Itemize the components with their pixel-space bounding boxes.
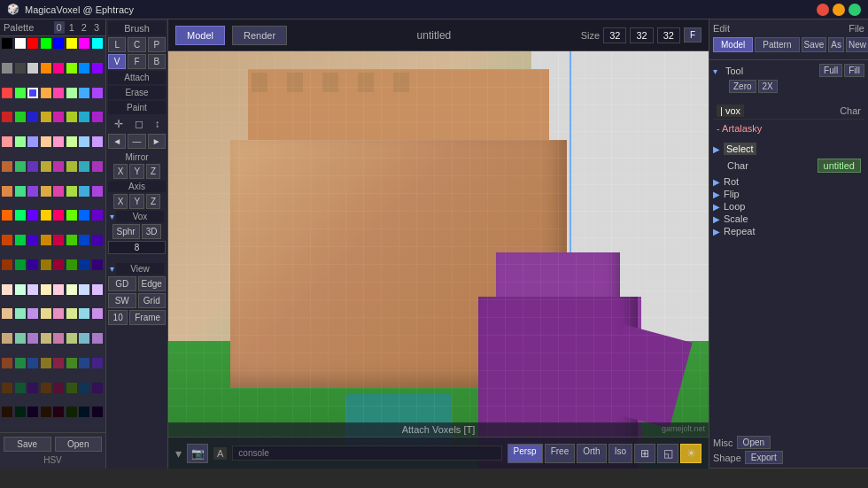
brush-mode-p[interactable]: P: [148, 37, 166, 52]
color-cell[interactable]: [66, 358, 77, 368]
color-cell[interactable]: [53, 259, 64, 270]
attach-button[interactable]: Attach: [108, 71, 166, 84]
color-cell[interactable]: [2, 383, 12, 393]
color-cell[interactable]: [15, 333, 26, 344]
color-cell[interactable]: [66, 186, 77, 197]
brush-mode-c[interactable]: C: [128, 37, 145, 52]
loop-label[interactable]: Loop: [724, 201, 745, 212]
color-cell[interactable]: [53, 88, 64, 98]
color-cell[interactable]: [15, 210, 26, 221]
color-cell[interactable]: [15, 235, 26, 245]
color-cell[interactable]: [15, 136, 26, 147]
color-cell[interactable]: [92, 136, 103, 147]
color-cell[interactable]: [79, 383, 89, 393]
tab-model[interactable]: Model: [175, 26, 225, 45]
color-cell[interactable]: [79, 259, 89, 270]
size-f-button[interactable]: F: [684, 27, 701, 43]
color-cell[interactable]: [66, 210, 77, 221]
color-cell[interactable]: [15, 259, 26, 270]
axis-x-1[interactable]: X: [113, 164, 128, 179]
camera-icon[interactable]: 📷: [187, 444, 208, 463]
color-cell[interactable]: [2, 63, 12, 74]
color-cell[interactable]: [15, 186, 26, 197]
color-cell[interactable]: [2, 161, 12, 172]
color-cell[interactable]: [66, 63, 77, 74]
view-sw[interactable]: SW: [108, 293, 136, 308]
color-cell[interactable]: [27, 284, 38, 295]
fill-fill[interactable]: Fill: [844, 64, 864, 77]
axis-z-1[interactable]: Z: [146, 164, 160, 179]
voxel-scene[interactable]: [168, 51, 709, 469]
color-cell[interactable]: [66, 259, 77, 270]
color-cell[interactable]: [41, 88, 51, 98]
view-edge[interactable]: Edge: [138, 276, 167, 291]
axis-z-2[interactable]: Z: [146, 194, 160, 209]
color-cell[interactable]: [27, 383, 38, 393]
brush-type-b[interactable]: B: [148, 54, 166, 69]
color-cell[interactable]: [27, 38, 38, 49]
color-cell[interactable]: [53, 308, 64, 319]
color-cell[interactable]: [79, 186, 89, 197]
select-label[interactable]: Select: [724, 143, 756, 155]
color-cell[interactable]: [53, 112, 64, 122]
color-cell[interactable]: [27, 210, 38, 221]
zero-btn[interactable]: Zero: [729, 80, 756, 93]
shape-export-button[interactable]: Export: [745, 451, 783, 464]
color-cell[interactable]: [15, 407, 26, 417]
close-button[interactable]: [817, 4, 829, 16]
save-as-button[interactable]: As: [828, 37, 844, 52]
color-cell[interactable]: [92, 358, 103, 368]
color-cell[interactable]: [79, 63, 89, 74]
axis-y-2[interactable]: Y: [129, 194, 144, 209]
color-cell[interactable]: [53, 333, 64, 344]
color-cell[interactable]: [79, 284, 89, 295]
color-cell[interactable]: [92, 161, 103, 172]
color-cell[interactable]: [79, 161, 89, 172]
color-cell[interactable]: [53, 38, 64, 49]
maximize-button[interactable]: [849, 4, 861, 16]
color-cell[interactable]: [53, 407, 64, 417]
color-cell[interactable]: [92, 210, 103, 221]
color-cell[interactable]: [53, 161, 64, 172]
color-cell[interactable]: [66, 235, 77, 245]
console-input[interactable]: console: [232, 445, 501, 461]
flip-row[interactable]: ▶ Flip: [713, 189, 864, 199]
palette-num-1[interactable]: 1: [66, 21, 77, 34]
color-cell[interactable]: [66, 333, 77, 344]
tab-render[interactable]: Render: [232, 26, 287, 45]
color-cell[interactable]: [41, 136, 51, 147]
color-cell[interactable]: [92, 259, 103, 270]
nav-right[interactable]: ►: [148, 134, 166, 149]
color-cell[interactable]: [92, 235, 103, 245]
minimize-button[interactable]: [833, 4, 845, 16]
color-cell[interactable]: [79, 136, 89, 147]
color-cell[interactable]: [41, 112, 51, 122]
rot-label[interactable]: Rot: [724, 176, 739, 187]
color-cell[interactable]: [27, 235, 38, 245]
color-cell[interactable]: [53, 358, 64, 368]
color-cell[interactable]: [15, 112, 26, 122]
view-icon-1[interactable]: ⊞: [634, 444, 655, 463]
color-cell[interactable]: [15, 63, 26, 74]
view-icon-2[interactable]: ◱: [657, 444, 678, 463]
size-y[interactable]: 32: [630, 27, 653, 43]
color-cell[interactable]: [53, 136, 64, 147]
color-cell[interactable]: [92, 38, 103, 49]
frame-size-input[interactable]: 10: [108, 310, 128, 325]
color-cell[interactable]: [66, 38, 77, 49]
color-cell[interactable]: [15, 383, 26, 393]
color-cell[interactable]: [2, 136, 12, 147]
color-cell[interactable]: [79, 407, 89, 417]
repeat-label[interactable]: Repeat: [724, 226, 755, 236]
repeat-row[interactable]: ▶ Repeat: [713, 226, 864, 236]
a-label[interactable]: A: [213, 447, 227, 460]
palette-num-2[interactable]: 2: [79, 21, 89, 34]
select-row[interactable]: ▶ Select: [713, 143, 864, 155]
color-cell[interactable]: [2, 210, 12, 221]
color-cell[interactable]: [53, 284, 64, 295]
color-cell[interactable]: [53, 210, 64, 221]
color-cell[interactable]: [92, 333, 103, 344]
color-cell[interactable]: [41, 235, 51, 245]
color-cell[interactable]: [92, 63, 103, 74]
flip-icon[interactable]: ↕: [153, 116, 162, 132]
